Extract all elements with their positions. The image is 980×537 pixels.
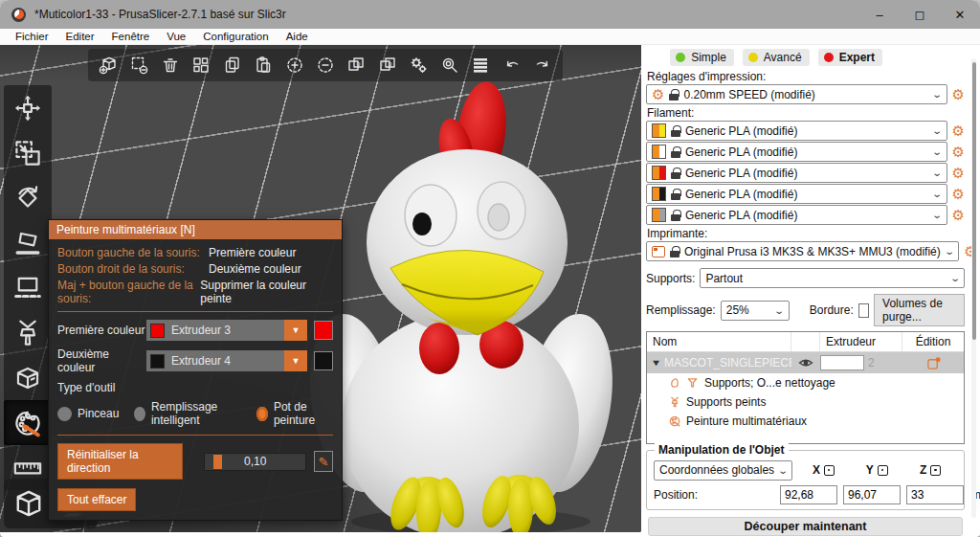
chevron-down-icon: ⌄ <box>931 189 943 199</box>
brim-checkbox[interactable] <box>858 303 869 318</box>
axis-icon[interactable] <box>930 465 941 476</box>
tool-radio-pot-de-peinture[interactable]: Pot de peinture <box>256 400 333 427</box>
3d-editor-view-icon[interactable] <box>7 481 51 526</box>
purge-volumes-button[interactable]: Volumes de purge... <box>874 294 965 326</box>
redo-icon[interactable] <box>529 51 557 79</box>
split-parts-icon[interactable]: p <box>373 51 401 79</box>
menu-configuration[interactable]: Configuration <box>195 31 276 42</box>
delete-object-icon[interactable] <box>124 51 152 79</box>
print-settings-dropdown[interactable]: ⚙ 0.20mm SPEED (modifié) ⌄ <box>646 84 947 104</box>
column-extruder: Extrudeur <box>820 332 902 351</box>
seam-tool-icon[interactable] <box>4 355 52 400</box>
menu-editer[interactable]: Editer <box>58 31 102 42</box>
add-instance-icon[interactable] <box>280 51 308 79</box>
radio-icon[interactable] <box>256 407 267 421</box>
move-tool-icon[interactable] <box>4 85 52 130</box>
tool-radio-pinceau[interactable]: Pinceau <box>57 407 119 421</box>
menu-vue[interactable]: Vue <box>159 31 193 42</box>
printer-value: Original Prusa i3 MK3S & MK3S+ MMU3 (mod… <box>684 245 941 258</box>
object-subitem[interactable]: Peinture multimatériaux <box>647 412 964 431</box>
filament-dropdown-1[interactable]: Generic PLA (modifié) ⌄ <box>646 121 947 141</box>
filament-dropdown-2[interactable]: Generic PLA (modifié) ⌄ <box>646 142 947 162</box>
multimaterial-painting-tool-icon[interactable] <box>4 400 52 445</box>
tool-radio-remplissage-intelligent[interactable]: Remplissage intelligent <box>134 400 241 427</box>
second-color-dropdown[interactable]: Extrudeur 4 ▼ <box>146 350 307 371</box>
close-button[interactable]: ✕ <box>940 0 980 29</box>
viewport-3d[interactable]: op Peinture multimatériaux [N] Bouton ga… <box>0 45 641 536</box>
supports-value: Partout <box>705 272 946 285</box>
dropdown-arrow-icon[interactable]: ▼ <box>284 350 307 371</box>
sidebar-scrollbar[interactable] <box>971 58 976 518</box>
painted-supports-icon <box>668 395 681 409</box>
object-subitem[interactable]: Supports peints <box>647 392 964 412</box>
edit-filament-settings-icon[interactable]: ⚙ <box>952 166 965 180</box>
object-row-selected[interactable]: ▼ MASCOT_SINGLEPIECE.stl 2 <box>647 352 964 373</box>
edit-filament-settings-icon[interactable]: ⚙ <box>952 208 965 222</box>
menu-aide[interactable]: Aide <box>278 31 316 42</box>
search-icon[interactable] <box>435 51 463 79</box>
remove-instance-icon[interactable] <box>311 51 339 79</box>
position-input-z[interactable] <box>906 485 964 504</box>
reset-direction-button[interactable]: Réinitialiser la direction <box>57 443 183 480</box>
settings-gears-icon[interactable] <box>405 51 433 79</box>
coordinates-dropdown[interactable]: Coordonnées globales ⌄ <box>654 460 792 481</box>
menu-fenêtre[interactable]: Fenêtre <box>104 31 158 42</box>
chevron-down-icon: ⌄ <box>931 125 943 136</box>
add-object-icon[interactable] <box>94 51 122 79</box>
radio-icon[interactable] <box>134 407 145 421</box>
variable-layer-height-icon[interactable] <box>467 51 495 79</box>
slider-handle[interactable] <box>213 455 222 469</box>
arrange-icon[interactable] <box>187 51 214 79</box>
undo-icon[interactable] <box>498 51 525 79</box>
rotate-tool-icon[interactable] <box>4 175 52 220</box>
first-color-dropdown[interactable]: Extrudeur 3 ▼ <box>146 320 307 341</box>
scale-tool-icon[interactable] <box>4 130 52 175</box>
lock-icon <box>671 168 680 179</box>
expand-caret-icon[interactable]: ▼ <box>651 358 662 368</box>
maximize-button[interactable]: ◻ <box>900 0 940 29</box>
edit-value-button[interactable]: ✎ <box>314 451 333 472</box>
place-on-face-tool-icon[interactable] <box>4 220 52 265</box>
object-edit-icon[interactable] <box>902 356 964 370</box>
window-frame-bottom <box>0 532 641 536</box>
filament-dropdown-5[interactable]: Generic PLA (modifié) ⌄ <box>646 205 947 225</box>
extruder-dropdown[interactable] <box>820 355 864 370</box>
axis-icon[interactable] <box>878 465 888 476</box>
first-color-swatch-icon <box>150 324 165 338</box>
radio-icon[interactable] <box>57 407 72 421</box>
edit-print-settings-icon[interactable]: ⚙ <box>952 87 965 101</box>
panel-title[interactable]: Peinture multimatériaux [N] <box>49 220 342 239</box>
mode-expert[interactable]: Expert <box>818 49 882 66</box>
menu-fichier[interactable]: Fichier <box>8 31 56 42</box>
split-objects-icon[interactable]: o <box>343 51 370 79</box>
visibility-eye-icon[interactable] <box>791 355 820 370</box>
cut-tool-icon[interactable] <box>4 265 52 310</box>
supports-dropdown[interactable]: Partout ⌄ <box>700 268 965 288</box>
dropdown-arrow-icon[interactable]: ▼ <box>284 320 307 341</box>
position-input-y[interactable] <box>843 485 901 504</box>
smart-fill-angle-slider[interactable]: 0,10 <box>204 453 306 471</box>
title-bar[interactable]: *Muticolor1-33 - PrusaSlicer-2.7.1 basé … <box>0 0 980 29</box>
edit-filament-settings-icon[interactable]: ⚙ <box>952 123 965 138</box>
clear-all-button[interactable]: Tout effacer <box>57 488 136 511</box>
edit-filament-settings-icon[interactable]: ⚙ <box>952 145 965 159</box>
paint-supports-tool-icon[interactable] <box>4 310 52 355</box>
mode-simple[interactable]: Simple <box>670 49 734 66</box>
printer-dropdown[interactable]: Original Prusa i3 MK3S & MK3S+ MMU3 (mod… <box>646 241 959 261</box>
paste-icon[interactable] <box>249 51 277 79</box>
edit-filament-settings-icon[interactable]: ⚙ <box>952 187 965 201</box>
chevron-down-icon: ⌄ <box>931 146 943 157</box>
delete-all-icon[interactable] <box>156 51 184 79</box>
filament-dropdown-4[interactable]: Generic PLA (modifié) ⌄ <box>646 184 947 204</box>
position-input-x[interactable] <box>780 485 837 504</box>
object-subitem[interactable]: Supports; O...e nettoyage <box>647 373 964 392</box>
copy-icon[interactable] <box>218 51 246 79</box>
infill-dropdown[interactable]: 25% ⌄ <box>721 301 790 321</box>
minimize-button[interactable]: – <box>859 0 900 29</box>
lock-icon <box>671 189 680 200</box>
scrollbar-thumb[interactable] <box>972 62 976 340</box>
axis-icon[interactable] <box>824 465 835 476</box>
mode-avancé[interactable]: Avancé <box>743 49 810 66</box>
slice-now-button[interactable]: Découper maintenant <box>648 517 963 536</box>
filament-dropdown-3[interactable]: Generic PLA (modifié) ⌄ <box>646 163 947 183</box>
